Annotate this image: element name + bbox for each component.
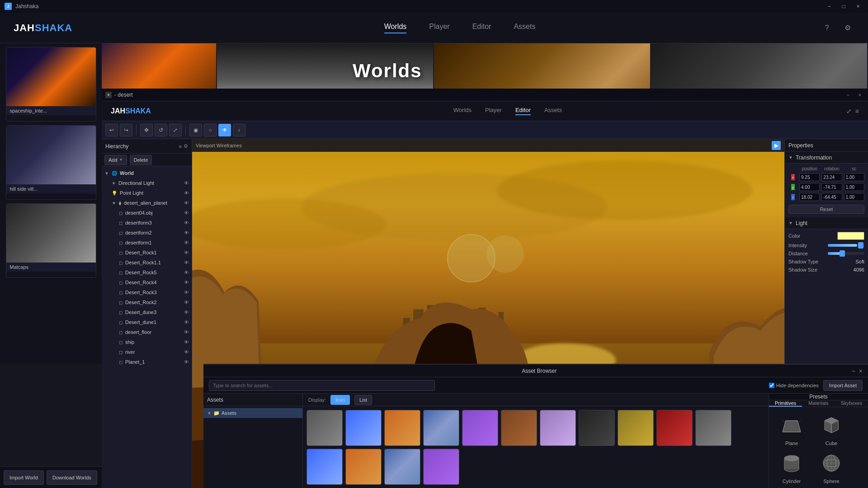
preset-item-cube[interactable]: Cube bbox=[813, 412, 849, 446]
tree-item-desert-rock5[interactable]: ◻ Desert_Rock5 👁 bbox=[102, 267, 192, 277]
nav-player[interactable]: Player bbox=[429, 23, 449, 33]
editor-nav-worlds[interactable]: Worlds bbox=[453, 107, 472, 115]
tree-item-desert-floor[interactable]: ◻ desert_floor 👁 bbox=[102, 327, 192, 337]
nav-worlds[interactable]: Worlds bbox=[384, 23, 407, 33]
transformation-header[interactable]: ▼ Transformation bbox=[785, 152, 868, 164]
editor-nav-assets[interactable]: Assets bbox=[544, 107, 562, 115]
tree-eye-1[interactable]: 👁 bbox=[184, 180, 189, 186]
distance-slider[interactable] bbox=[828, 252, 864, 255]
import-world-button[interactable]: Import World bbox=[4, 470, 44, 485]
editor-nav-editor[interactable]: Editor bbox=[515, 107, 531, 115]
pos-z-field[interactable]: 18.02 bbox=[799, 193, 820, 201]
preset-item-plane[interactable]: Plane bbox=[774, 412, 810, 446]
rot-y-field[interactable]: -74.71 bbox=[821, 183, 842, 191]
eye-button[interactable]: 👁 bbox=[218, 124, 231, 136]
side-card-3[interactable]: Matcaps bbox=[6, 203, 96, 278]
tree-eye-7[interactable]: 👁 bbox=[184, 240, 189, 245]
refresh-button[interactable]: ↺ bbox=[155, 124, 167, 136]
asset-item-12[interactable] bbox=[307, 449, 343, 485]
pos-x-field[interactable]: 9.25 bbox=[799, 173, 820, 181]
editor-close-btn[interactable]: × bbox=[855, 90, 864, 99]
tree-item-desert-rock2[interactable]: ◻ Desert_Rock2 👁 bbox=[102, 297, 192, 307]
asset-item-8[interactable] bbox=[579, 410, 615, 446]
redo-button[interactable]: ↪ bbox=[120, 124, 132, 136]
asset-item-6[interactable] bbox=[501, 410, 537, 446]
light-header[interactable]: ▼ Light bbox=[785, 217, 868, 229]
undo-button[interactable]: ↩ bbox=[105, 124, 118, 136]
editor-minimize-btn[interactable]: − bbox=[844, 90, 853, 99]
asset-item-11[interactable] bbox=[695, 410, 731, 446]
tree-item-point-light[interactable]: 💡 Point Light 👁 bbox=[102, 188, 192, 198]
expand-button[interactable]: ⤢ bbox=[169, 124, 182, 136]
tree-item-desert-rock3[interactable]: ◻ Desert_Rock3 👁 bbox=[102, 287, 192, 297]
scale-y-field[interactable]: 1.00 bbox=[844, 183, 864, 191]
transform-reset-btn[interactable]: Reset bbox=[788, 205, 864, 214]
hierarchy-add-btn[interactable]: Add ▼ bbox=[104, 155, 127, 165]
color-swatch[interactable] bbox=[837, 232, 864, 240]
asset-search-input[interactable] bbox=[209, 380, 435, 391]
asset-item-13[interactable] bbox=[345, 449, 382, 485]
tree-eye-9[interactable]: 👁 bbox=[184, 260, 189, 265]
close-button[interactable]: × bbox=[853, 2, 863, 11]
asset-item-15[interactable] bbox=[423, 449, 459, 485]
asset-item-14[interactable] bbox=[384, 449, 420, 485]
tree-eye-2[interactable]: 👁 bbox=[184, 190, 189, 196]
hierarchy-settings-btn[interactable]: ⚙ bbox=[184, 143, 188, 149]
viewport-play-btn[interactable]: ▶ bbox=[772, 141, 781, 150]
tree-item-desertform3[interactable]: ◻ desertform3 👁 bbox=[102, 218, 192, 228]
tree-eye-8[interactable]: 👁 bbox=[184, 250, 189, 255]
tree-item-desert04[interactable]: ◻ desert04.obj 👁 bbox=[102, 208, 192, 218]
tree-item-river[interactable]: ◻ river 👁 bbox=[102, 347, 192, 357]
editor-nav-player[interactable]: Player bbox=[485, 107, 502, 115]
editor-nav-icon-1[interactable]: ⤢ bbox=[846, 108, 852, 115]
tree-eye-11[interactable]: 👁 bbox=[184, 280, 189, 285]
preset-item-cylinder[interactable]: Cylinder bbox=[774, 450, 810, 484]
asset-item-2[interactable] bbox=[345, 410, 382, 446]
tree-item-desert-rock4[interactable]: ◻ Desert_Rock4 👁 bbox=[102, 277, 192, 287]
back-button[interactable]: ‹ bbox=[233, 124, 245, 136]
tree-eye-16[interactable]: 👁 bbox=[184, 329, 189, 335]
tree-item-desert-group[interactable]: ▼ ⧫ desert_alien_planet 👁 bbox=[102, 198, 192, 208]
import-asset-button[interactable]: Import Asset bbox=[823, 380, 863, 391]
hide-dependencies-checkbox[interactable] bbox=[769, 383, 774, 388]
globe-button[interactable]: ◉ bbox=[189, 124, 202, 136]
hierarchy-delete-btn[interactable]: Delete bbox=[130, 155, 152, 165]
tree-item-desertform2[interactable]: ◻ desertform2 👁 bbox=[102, 228, 192, 238]
presets-tab-primitives[interactable]: Primitives bbox=[769, 400, 802, 407]
tree-eye-19[interactable]: 👁 bbox=[184, 359, 189, 365]
rot-x-field[interactable]: 23.24 bbox=[821, 173, 842, 181]
tree-item-desert-rock1[interactable]: ◻ Desert_Rock1 👁 bbox=[102, 248, 192, 258]
editor-nav-icon-2[interactable]: ≡ bbox=[855, 108, 859, 115]
asset-item-5[interactable] bbox=[462, 410, 498, 446]
tree-eye-12[interactable]: 👁 bbox=[184, 290, 189, 295]
tree-eye-4[interactable]: 👁 bbox=[184, 210, 189, 216]
tree-item-desert-dune1[interactable]: ◻ Desert_dune1 👁 bbox=[102, 317, 192, 327]
presets-tab-skyboxes[interactable]: Skyboxes bbox=[835, 400, 868, 407]
preset-item-sphere[interactable]: Sphere bbox=[813, 450, 849, 484]
asset-item-10[interactable] bbox=[656, 410, 693, 446]
maximize-button[interactable]: □ bbox=[838, 2, 849, 11]
intensity-slider[interactable] bbox=[828, 244, 864, 247]
tree-eye-13[interactable]: 👁 bbox=[184, 300, 189, 305]
scale-x-field[interactable]: 1.00 bbox=[844, 173, 864, 181]
display-list-btn[interactable]: List bbox=[354, 395, 372, 405]
asset-item-3[interactable] bbox=[384, 410, 420, 446]
tree-eye-15[interactable]: 👁 bbox=[184, 319, 189, 325]
rot-z-field[interactable]: -64.45 bbox=[821, 193, 842, 201]
presets-tab-materials[interactable]: Materials bbox=[802, 400, 835, 407]
settings-button[interactable]: ⚙ bbox=[841, 21, 854, 35]
asset-item-4[interactable] bbox=[423, 410, 459, 446]
tree-eye-18[interactable]: 👁 bbox=[184, 349, 189, 355]
tree-eye-3[interactable]: 👁 bbox=[184, 200, 189, 206]
tree-eye-17[interactable]: 👁 bbox=[184, 339, 189, 345]
scale-z-field[interactable]: 1.00 bbox=[844, 193, 864, 201]
move-button[interactable]: ✥ bbox=[140, 124, 153, 136]
tree-eye-6[interactable]: 👁 bbox=[184, 230, 189, 235]
hierarchy-collapse-btn[interactable]: ≡ bbox=[179, 143, 182, 149]
minimize-button[interactable]: − bbox=[824, 2, 835, 11]
asset-browser-close-btn[interactable]: × bbox=[859, 367, 863, 375]
tree-item-world[interactable]: ▼ 🌐 World bbox=[102, 168, 192, 178]
display-icon-btn[interactable]: Icon bbox=[330, 395, 350, 405]
download-worlds-button[interactable]: Download Worlds bbox=[47, 470, 97, 485]
tree-eye-5[interactable]: 👁 bbox=[184, 220, 189, 225]
